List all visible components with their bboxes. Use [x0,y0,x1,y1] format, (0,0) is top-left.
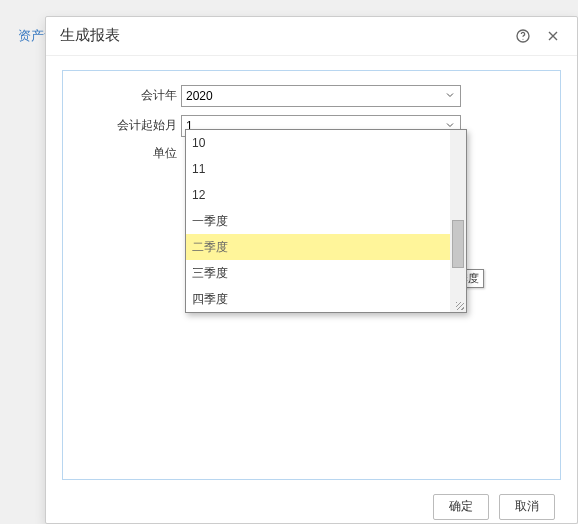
select-year[interactable]: 2020 [181,85,461,107]
row-year: 会计年 2020 [75,85,548,107]
help-icon[interactable] [513,26,533,46]
svg-point-1 [522,39,523,40]
dropdown-option[interactable]: 10 [186,130,466,156]
cancel-button[interactable]: 取消 [499,494,555,520]
dialog-footer: 确定 取消 [46,494,577,523]
dropdown-option[interactable]: 四季度 [186,286,466,312]
generate-report-dialog: 生成报表 会计年 2020 会计起始月 1 [45,16,578,524]
chevron-down-icon [444,89,456,104]
label-unit: 单位 [75,145,181,162]
dialog-body: 会计年 2020 会计起始月 1 单位 10 11 [46,56,577,494]
form-panel: 会计年 2020 会计起始月 1 单位 10 11 [62,70,561,480]
dropdown-list: 10 11 12 一季度 二季度 三季度 四季度 [186,130,466,312]
dialog-header: 生成报表 [46,17,577,56]
label-year: 会计年 [75,87,181,104]
dropdown-option[interactable]: 一季度 [186,208,466,234]
resize-grip-icon[interactable] [450,298,466,312]
dropdown-scrollbar[interactable] [450,130,466,298]
dropdown-option[interactable]: 12 [186,182,466,208]
label-start-month: 会计起始月 [75,117,181,134]
close-icon[interactable] [543,26,563,46]
dropdown-option[interactable]: 三季度 [186,260,466,286]
dialog-title: 生成报表 [60,26,503,45]
ok-button[interactable]: 确定 [433,494,489,520]
scrollbar-thumb[interactable] [452,220,464,268]
dropdown-option-highlighted[interactable]: 二季度 [186,234,466,260]
dropdown-option[interactable]: 11 [186,156,466,182]
select-year-value: 2020 [186,89,213,103]
start-month-dropdown: 10 11 12 一季度 二季度 三季度 四季度 [185,129,467,313]
